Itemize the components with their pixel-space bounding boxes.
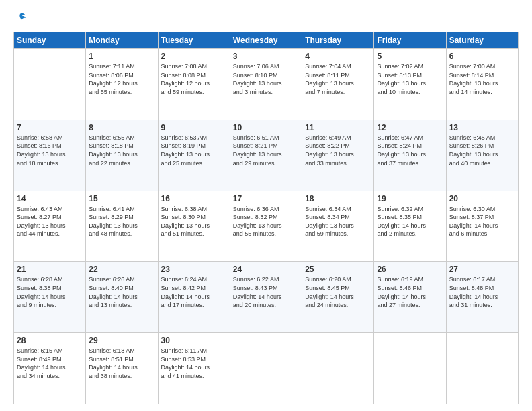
day-info: Sunrise: 6:17 AMSunset: 8:48 PMDaylight:… [449, 275, 515, 309]
day-info: Sunrise: 6:26 AMSunset: 8:40 PMDaylight:… [89, 275, 154, 309]
day-number: 15 [89, 194, 154, 203]
calendar-cell: 11Sunrise: 6:49 AMSunset: 8:22 PMDayligh… [302, 120, 374, 191]
calendar-cell: 18Sunrise: 6:34 AMSunset: 8:34 PMDayligh… [302, 191, 374, 262]
day-header-thursday: Thursday [302, 32, 374, 49]
day-header-wednesday: Wednesday [230, 32, 302, 49]
day-number: 1 [89, 52, 154, 61]
day-header-tuesday: Tuesday [158, 32, 230, 49]
day-info: Sunrise: 6:55 AMSunset: 8:18 PMDaylight:… [89, 134, 154, 167]
day-info: Sunrise: 6:13 AMSunset: 8:51 PMDaylight:… [89, 347, 154, 380]
calendar: SundayMondayTuesdayWednesdayThursdayFrid… [13, 32, 519, 404]
day-header-friday: Friday [374, 32, 446, 49]
day-info: Sunrise: 7:02 AMSunset: 8:13 PMDaylight:… [377, 62, 443, 96]
logo-bird-icon [14, 12, 26, 24]
day-number: 26 [377, 265, 443, 274]
day-info: Sunrise: 6:34 AMSunset: 8:34 PMDaylight:… [305, 205, 371, 238]
day-info: Sunrise: 6:32 AMSunset: 8:35 PMDaylight:… [377, 205, 443, 238]
day-number: 29 [89, 336, 154, 345]
calendar-cell: 30Sunrise: 6:11 AMSunset: 8:53 PMDayligh… [158, 333, 230, 404]
day-number: 17 [233, 194, 299, 203]
calendar-cell: 13Sunrise: 6:45 AMSunset: 8:26 PMDayligh… [446, 120, 518, 191]
calendar-cell [374, 333, 446, 404]
calendar-cell: 22Sunrise: 6:26 AMSunset: 8:40 PMDayligh… [86, 262, 158, 333]
day-info: Sunrise: 6:19 AMSunset: 8:46 PMDaylight:… [377, 275, 443, 309]
calendar-cell: 19Sunrise: 6:32 AMSunset: 8:35 PMDayligh… [374, 191, 446, 262]
calendar-cell: 24Sunrise: 6:22 AMSunset: 8:43 PMDayligh… [230, 262, 302, 333]
calendar-cell: 16Sunrise: 6:38 AMSunset: 8:30 PMDayligh… [158, 191, 230, 262]
day-number: 24 [233, 265, 299, 274]
day-number: 20 [449, 194, 515, 203]
calendar-cell: 7Sunrise: 6:58 AMSunset: 8:16 PMDaylight… [14, 120, 86, 191]
calendar-header-row: SundayMondayTuesdayWednesdayThursdayFrid… [14, 32, 519, 49]
day-info: Sunrise: 6:30 AMSunset: 8:37 PMDaylight:… [449, 205, 515, 238]
calendar-cell: 21Sunrise: 6:28 AMSunset: 8:38 PMDayligh… [14, 262, 86, 333]
day-info: Sunrise: 7:06 AMSunset: 8:10 PMDaylight:… [233, 62, 299, 96]
day-info: Sunrise: 7:04 AMSunset: 8:11 PMDaylight:… [305, 62, 371, 96]
calendar-cell [230, 333, 302, 404]
day-info: Sunrise: 6:28 AMSunset: 8:38 PMDaylight:… [17, 275, 83, 309]
day-number: 14 [17, 194, 83, 203]
calendar-week-row: 28Sunrise: 6:15 AMSunset: 8:49 PMDayligh… [14, 333, 519, 404]
calendar-cell: 12Sunrise: 6:47 AMSunset: 8:24 PMDayligh… [374, 120, 446, 191]
day-number: 27 [449, 265, 515, 274]
calendar-cell: 28Sunrise: 6:15 AMSunset: 8:49 PMDayligh… [14, 333, 86, 404]
calendar-cell: 9Sunrise: 6:53 AMSunset: 8:19 PMDaylight… [158, 120, 230, 191]
calendar-cell: 25Sunrise: 6:20 AMSunset: 8:45 PMDayligh… [302, 262, 374, 333]
day-number: 18 [305, 194, 371, 203]
calendar-week-row: 14Sunrise: 6:43 AMSunset: 8:27 PMDayligh… [14, 191, 519, 262]
calendar-cell: 3Sunrise: 7:06 AMSunset: 8:10 PMDaylight… [230, 49, 302, 120]
day-info: Sunrise: 6:51 AMSunset: 8:21 PMDaylight:… [233, 134, 299, 167]
header [13, 11, 519, 25]
day-number: 25 [305, 265, 371, 274]
logo [13, 11, 67, 25]
day-header-saturday: Saturday [446, 32, 518, 49]
calendar-cell [302, 333, 374, 404]
calendar-cell: 29Sunrise: 6:13 AMSunset: 8:51 PMDayligh… [86, 333, 158, 404]
day-number: 30 [161, 336, 227, 345]
day-info: Sunrise: 6:43 AMSunset: 8:27 PMDaylight:… [17, 205, 83, 238]
day-number: 10 [233, 123, 299, 132]
calendar-week-row: 21Sunrise: 6:28 AMSunset: 8:38 PMDayligh… [14, 262, 519, 333]
calendar-week-row: 7Sunrise: 6:58 AMSunset: 8:16 PMDaylight… [14, 120, 519, 191]
calendar-cell [446, 333, 518, 404]
day-number: 21 [17, 265, 83, 274]
day-info: Sunrise: 6:24 AMSunset: 8:42 PMDaylight:… [161, 275, 227, 309]
day-info: Sunrise: 7:08 AMSunset: 8:08 PMDaylight:… [161, 62, 227, 96]
day-number: 28 [17, 336, 83, 345]
calendar-cell: 23Sunrise: 6:24 AMSunset: 8:42 PMDayligh… [158, 262, 230, 333]
day-number: 12 [377, 123, 443, 132]
calendar-cell: 6Sunrise: 7:00 AMSunset: 8:14 PMDaylight… [446, 49, 518, 120]
day-header-monday: Monday [86, 32, 158, 49]
day-number: 23 [161, 265, 227, 274]
day-number: 5 [377, 52, 443, 61]
day-number: 13 [449, 123, 515, 132]
calendar-cell: 14Sunrise: 6:43 AMSunset: 8:27 PMDayligh… [14, 191, 86, 262]
page: SundayMondayTuesdayWednesdayThursdayFrid… [0, 0, 532, 411]
day-number: 3 [233, 52, 299, 61]
day-info: Sunrise: 6:47 AMSunset: 8:24 PMDaylight:… [377, 134, 443, 167]
day-info: Sunrise: 6:11 AMSunset: 8:53 PMDaylight:… [161, 347, 227, 380]
day-info: Sunrise: 6:53 AMSunset: 8:19 PMDaylight:… [161, 134, 227, 167]
calendar-cell: 26Sunrise: 6:19 AMSunset: 8:46 PMDayligh… [374, 262, 446, 333]
day-info: Sunrise: 6:38 AMSunset: 8:30 PMDaylight:… [161, 205, 227, 238]
calendar-cell [14, 49, 86, 120]
day-number: 7 [17, 123, 83, 132]
day-info: Sunrise: 6:20 AMSunset: 8:45 PMDaylight:… [305, 275, 371, 309]
day-info: Sunrise: 6:36 AMSunset: 8:32 PMDaylight:… [233, 205, 299, 238]
calendar-cell: 4Sunrise: 7:04 AMSunset: 8:11 PMDaylight… [302, 49, 374, 120]
day-info: Sunrise: 6:41 AMSunset: 8:29 PMDaylight:… [89, 205, 154, 238]
day-number: 16 [161, 194, 227, 203]
calendar-cell: 20Sunrise: 6:30 AMSunset: 8:37 PMDayligh… [446, 191, 518, 262]
day-info: Sunrise: 6:15 AMSunset: 8:49 PMDaylight:… [17, 347, 83, 380]
day-number: 9 [161, 123, 227, 132]
day-info: Sunrise: 6:45 AMSunset: 8:26 PMDaylight:… [449, 134, 515, 167]
day-number: 4 [305, 52, 371, 61]
day-number: 8 [89, 123, 154, 132]
day-number: 6 [449, 52, 515, 61]
calendar-cell: 5Sunrise: 7:02 AMSunset: 8:13 PMDaylight… [374, 49, 446, 120]
day-info: Sunrise: 7:11 AMSunset: 8:06 PMDaylight:… [89, 62, 154, 96]
day-info: Sunrise: 6:58 AMSunset: 8:16 PMDaylight:… [17, 134, 83, 167]
day-info: Sunrise: 6:22 AMSunset: 8:43 PMDaylight:… [233, 275, 299, 309]
day-number: 19 [377, 194, 443, 203]
day-number: 11 [305, 123, 371, 132]
